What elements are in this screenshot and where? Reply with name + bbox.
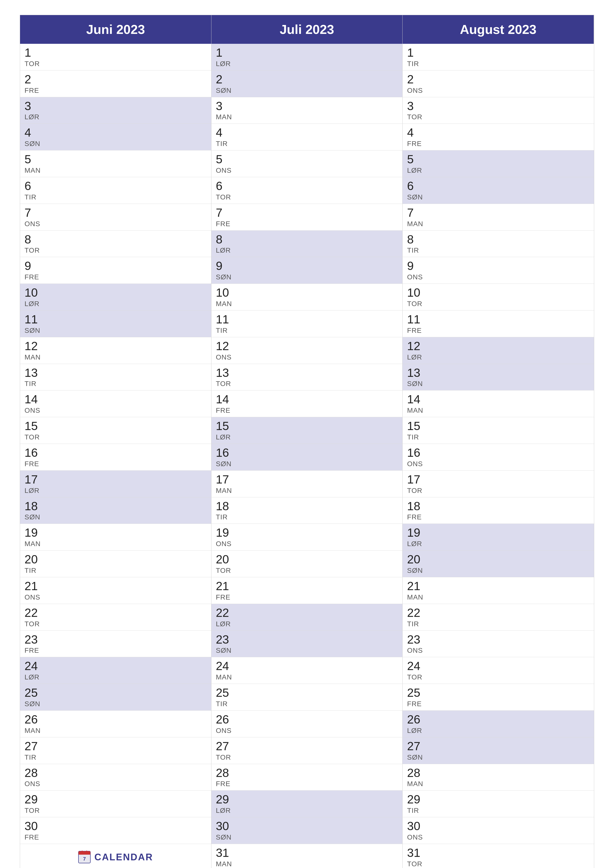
day-number: 9 (407, 260, 589, 273)
day-name: MAN (25, 727, 207, 735)
day-number: 30 (407, 820, 589, 833)
day-cell: 14MAN (403, 391, 594, 417)
day-cell: 19MAN (20, 524, 211, 550)
day-number: 29 (25, 793, 207, 806)
day-cell: 20TOR (211, 550, 403, 577)
day-cell: 30ONS (403, 817, 594, 844)
day-cell: 23SØN (211, 631, 403, 657)
day-name: MAN (407, 780, 589, 788)
day-number: 3 (407, 100, 589, 113)
day-cell: 13TOR (211, 364, 403, 391)
day-cell: 26LØR (403, 711, 594, 737)
day-number: 5 (407, 153, 589, 166)
day-name: ONS (216, 353, 398, 361)
day-cell: 2SØN (211, 71, 403, 97)
day-name: LØR (407, 540, 589, 548)
day-cell: 14ONS (20, 391, 211, 417)
day-cell: 19LØR (403, 524, 594, 550)
day-name: FRE (25, 833, 207, 841)
day-cell: 9ONS (403, 257, 594, 284)
day-name: ONS (407, 87, 589, 95)
day-name: SØN (216, 460, 398, 468)
day-name: FRE (407, 327, 589, 335)
day-number: 11 (25, 313, 207, 326)
day-number: 20 (407, 553, 589, 566)
logo-text: CALENDAR (94, 852, 153, 863)
day-name: SØN (407, 753, 589, 761)
day-number: 20 (216, 553, 398, 566)
day-name: TOR (25, 807, 207, 815)
day-cell: 29TOR (20, 790, 211, 817)
calendar-logo: 7 CALENDAR (78, 851, 153, 863)
day-name: FRE (25, 646, 207, 654)
month-header-2: August 2023 (403, 15, 594, 44)
day-number: 8 (25, 233, 207, 246)
day-cell: 2ONS (403, 71, 594, 97)
day-name: ONS (25, 406, 207, 414)
day-cell: 15TOR (20, 417, 211, 444)
day-cell: 18TIR (211, 498, 403, 524)
day-name: TIR (25, 380, 207, 388)
day-number: 24 (216, 660, 398, 673)
day-number: 12 (216, 340, 398, 353)
day-number: 9 (216, 260, 398, 273)
day-cell: 21ONS (20, 577, 211, 604)
day-name: LØR (25, 673, 207, 681)
day-number: 7 (25, 206, 207, 220)
day-number: 2 (25, 73, 207, 86)
day-name: ONS (216, 727, 398, 735)
day-number: 14 (25, 393, 207, 406)
day-number: 28 (407, 767, 589, 780)
day-number: 29 (216, 793, 398, 806)
day-number: 12 (407, 340, 589, 353)
day-name: TIR (407, 807, 589, 815)
day-name: TOR (407, 300, 589, 308)
day-cell: 8TOR (20, 231, 211, 257)
day-number: 31 (216, 846, 398, 860)
day-name: FRE (216, 406, 398, 414)
day-number: 14 (407, 393, 589, 406)
day-cell: 8LØR (211, 231, 403, 257)
day-cell: 30SØN (211, 817, 403, 844)
day-cell: 16SØN (211, 444, 403, 471)
day-cell: 27TIR (20, 737, 211, 764)
day-name: MAN (407, 594, 589, 601)
day-name: TIR (25, 193, 207, 201)
day-name: SØN (407, 193, 589, 201)
day-number: 16 (216, 446, 398, 459)
day-number: 28 (216, 767, 398, 780)
day-name: ONS (407, 833, 589, 841)
day-number: 20 (25, 553, 207, 566)
day-cell: 31TOR (403, 844, 594, 868)
month-header-0: Juni 2023 (20, 15, 211, 44)
day-name: ONS (25, 220, 207, 228)
day-cell: 6TIR (20, 177, 211, 204)
day-cell: 11FRE (403, 310, 594, 337)
day-number: 30 (25, 820, 207, 833)
day-cell: 2FRE (20, 71, 211, 97)
day-cell: 24LØR (20, 657, 211, 684)
day-name: FRE (407, 513, 589, 521)
day-cell: 3MAN (211, 97, 403, 124)
day-name: ONS (407, 460, 589, 468)
day-cell: 13TIR (20, 364, 211, 391)
day-number: 7 (216, 206, 398, 220)
day-cell: 29TIR (403, 790, 594, 817)
day-name: TIR (407, 60, 589, 68)
day-cell: 10TOR (403, 284, 594, 310)
day-cell: 25FRE (403, 684, 594, 711)
day-name: LØR (216, 246, 398, 254)
day-name: TOR (407, 113, 589, 121)
calendar-logo-icon: 7 (78, 851, 91, 863)
day-cell: 6TOR (211, 177, 403, 204)
day-name: SØN (25, 327, 207, 335)
day-number: 21 (25, 580, 207, 593)
day-cell: 7MAN (403, 204, 594, 231)
day-cell: 16FRE (20, 444, 211, 471)
day-cell: 22TIR (403, 604, 594, 631)
day-number: 13 (216, 366, 398, 380)
day-name: TOR (216, 753, 398, 761)
day-number: 4 (25, 126, 207, 139)
day-name: TOR (407, 487, 589, 494)
day-name: TIR (216, 513, 398, 521)
